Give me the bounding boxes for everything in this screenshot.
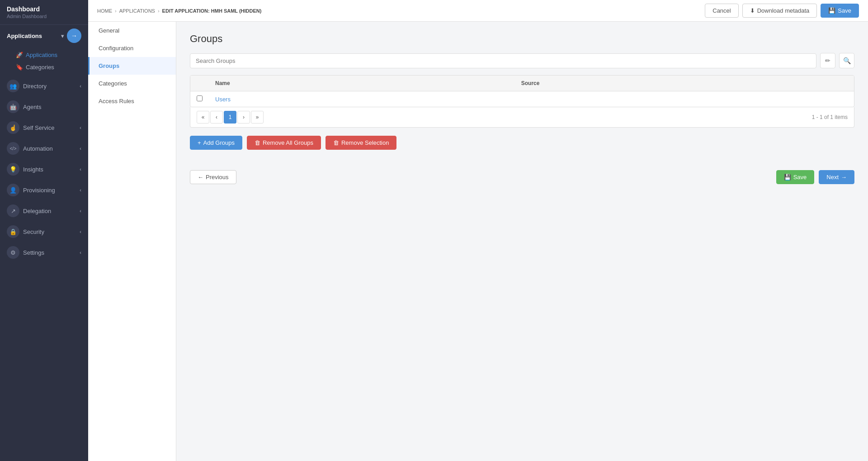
search-input-wrap — [190, 53, 816, 68]
page-1-button[interactable]: 1 — [224, 111, 236, 124]
top-save-button[interactable]: 💾 Save — [821, 4, 859, 18]
security-chevron: ‹ — [80, 229, 81, 234]
table-col-name: Name — [209, 76, 515, 91]
remove-all-label: Remove All Groups — [263, 139, 313, 146]
search-input[interactable] — [190, 53, 816, 68]
directory-label: Directory — [23, 83, 47, 90]
cancel-button[interactable]: Cancel — [705, 4, 738, 18]
download-label: Download metadata — [757, 7, 810, 14]
sidebar-apps-arrow: ▾ — [61, 33, 64, 39]
page-first-button[interactable]: « — [197, 111, 209, 124]
sidebar-item-directory[interactable]: 👥 Directory ‹ — [0, 76, 88, 96]
bookmark-icon: 🚀 — [16, 52, 23, 58]
self-service-icon: ☝ — [7, 121, 19, 134]
sidebar-item-self-service[interactable]: ☝ Self Service ‹ — [0, 117, 88, 138]
groups-label: Groups — [99, 62, 119, 69]
previous-button[interactable]: ← Previous — [190, 170, 236, 184]
sidebar: Dashboard Admin Dashboard Applications ▾… — [0, 0, 88, 461]
sub-nav-access-rules[interactable]: Access Rules — [88, 92, 176, 110]
delegation-icon: ↗ — [7, 204, 19, 217]
sidebar-apps-icon-btn[interactable]: → — [67, 29, 81, 43]
sub-nav-groups[interactable]: Groups — [88, 57, 176, 75]
groups-table-wrap: Name Source Users — [190, 75, 854, 107]
agents-icon: 🤖 — [7, 100, 19, 113]
top-bar-actions: Cancel ⬇ Download metadata 💾 Save — [705, 4, 859, 18]
directory-icon: 👥 — [7, 80, 19, 92]
next-label: Next — [826, 174, 839, 181]
category-icon: 🔖 — [16, 64, 23, 71]
save-icon-bottom: 💾 — [784, 174, 791, 181]
row-name-cell: Users — [209, 91, 515, 107]
save-icon-top: 💾 — [828, 7, 835, 14]
download-metadata-button[interactable]: ⬇ Download metadata — [742, 4, 817, 18]
settings-chevron: ‹ — [80, 250, 81, 255]
add-groups-button[interactable]: + Add Groups — [190, 136, 242, 150]
trash-icon-all: 🗑 — [255, 139, 260, 146]
bottom-save-label: Save — [793, 174, 807, 181]
page-next-button[interactable]: › — [237, 111, 250, 124]
directory-chevron: ‹ — [80, 83, 81, 89]
main-content: HOME › APPLICATIONS › EDIT APPLICATION: … — [88, 0, 868, 461]
breadcrumb-applications[interactable]: APPLICATIONS — [119, 8, 155, 14]
sub-nav-categories[interactable]: Categories — [88, 75, 176, 92]
next-icon: › — [243, 114, 245, 120]
sidebar-apps-section: Applications ▾ → — [0, 25, 88, 47]
sidebar-item-applications[interactable]: 🚀 Applications — [9, 49, 88, 61]
row-source-cell — [515, 91, 854, 107]
insights-label: Insights — [23, 166, 43, 173]
security-icon: 🔒 — [7, 225, 19, 238]
automation-label: Automation — [23, 145, 53, 152]
download-icon: ⬇ — [750, 7, 755, 14]
page-prev-button[interactable]: ‹ — [210, 111, 223, 124]
remove-selection-button[interactable]: 🗑 Remove Selection — [326, 136, 397, 150]
sub-nav-general[interactable]: General — [88, 22, 176, 39]
top-bar: HOME › APPLICATIONS › EDIT APPLICATION: … — [88, 0, 868, 22]
sidebar-dashboard-label: Dashboard — [7, 5, 81, 13]
arrow-right-icon: → — [841, 174, 847, 181]
previous-label: Previous — [206, 174, 229, 181]
page-title: Groups — [190, 33, 854, 45]
groups-table: Name Source Users — [190, 76, 854, 107]
sidebar-apps-label: Applications — [7, 33, 42, 39]
trash-icon-sel: 🗑 — [333, 139, 339, 146]
sub-nav-configuration[interactable]: Configuration — [88, 39, 176, 57]
edit-search-button[interactable]: ✏ — [820, 53, 835, 68]
row-name-link[interactable]: Users — [215, 96, 231, 103]
sidebar-item-automation[interactable]: </> Automation ‹ — [0, 138, 88, 159]
provisioning-chevron: ‹ — [80, 187, 81, 193]
remove-all-groups-button[interactable]: 🗑 Remove All Groups — [247, 136, 321, 150]
general-label: General — [99, 27, 119, 34]
action-row: + Add Groups 🗑 Remove All Groups 🗑 Remov… — [190, 136, 854, 150]
security-label: Security — [23, 228, 44, 235]
sidebar-item-insights[interactable]: 💡 Insights ‹ — [0, 159, 88, 180]
sidebar-item-security[interactable]: 🔒 Security ‹ — [0, 221, 88, 242]
search-button[interactable]: 🔍 — [839, 53, 854, 68]
sidebar-item-provisioning[interactable]: 👤 Provisioning ‹ — [0, 180, 88, 200]
page-container: General Configuration Groups Categories … — [88, 22, 868, 461]
next-button[interactable]: Next → — [819, 170, 854, 184]
sidebar-subnav: 🚀 Applications 🔖 Categories — [0, 47, 88, 76]
configuration-label: Configuration — [99, 45, 133, 52]
row-checkbox[interactable] — [197, 95, 203, 101]
table-col-checkbox — [190, 76, 209, 91]
sidebar-item-delegation[interactable]: ↗ Delegation ‹ — [0, 200, 88, 221]
prev-icon: ‹ — [216, 114, 217, 120]
access-rules-label: Access Rules — [99, 98, 134, 105]
bottom-save-button[interactable]: 💾 Save — [776, 170, 815, 184]
sidebar-applications-label: Applications — [26, 52, 57, 58]
plus-icon: + — [198, 139, 201, 146]
provisioning-icon: 👤 — [7, 184, 19, 196]
page-content-area: Groups ✏ 🔍 Name — [176, 22, 868, 461]
page-last-button[interactable]: » — [251, 111, 264, 124]
categories-label: Categories — [99, 80, 127, 87]
sidebar-item-agents[interactable]: 🤖 Agents — [0, 96, 88, 117]
sidebar-item-settings[interactable]: ⚙ Settings ‹ — [0, 242, 88, 263]
sidebar-item-categories[interactable]: 🔖 Categories — [9, 61, 88, 73]
search-row: ✏ 🔍 — [190, 53, 854, 68]
bottom-nav-right: 💾 Save Next → — [776, 170, 854, 184]
page-1-label: 1 — [229, 114, 232, 120]
breadcrumb-home[interactable]: HOME — [97, 8, 112, 14]
breadcrumb-sep-1: › — [115, 8, 117, 14]
automation-chevron: ‹ — [80, 146, 81, 151]
top-save-label: Save — [838, 7, 851, 14]
